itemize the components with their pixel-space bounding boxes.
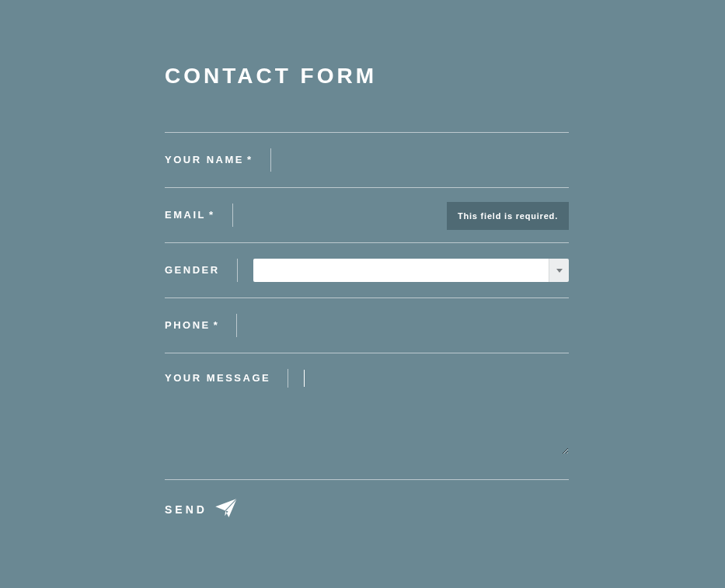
- input-area-phone: [237, 314, 569, 337]
- input-area-name: [271, 148, 569, 172]
- field-your-name: YOUR NAME *: [165, 132, 569, 187]
- label-gender: GENDER: [165, 259, 238, 282]
- field-message: YOUR MESSAGE: [165, 353, 569, 480]
- name-input[interactable]: [287, 148, 569, 172]
- label-text: PHONE: [165, 314, 211, 337]
- gender-select-value[interactable]: [253, 259, 549, 282]
- label-text: YOUR NAME: [165, 148, 244, 172]
- field-phone: PHONE *: [165, 297, 569, 353]
- send-label: SEND: [165, 503, 207, 516]
- email-error-message: This field is required.: [447, 202, 569, 230]
- input-area-message: [288, 369, 569, 458]
- required-marker: *: [209, 204, 215, 227]
- required-marker: *: [214, 314, 220, 337]
- required-marker: *: [247, 148, 253, 172]
- gender-select[interactable]: [253, 259, 569, 282]
- form-title: CONTACT FORM: [165, 64, 569, 89]
- paper-plane-icon: [215, 499, 237, 520]
- chevron-down-icon[interactable]: [549, 259, 569, 282]
- contact-form: CONTACT FORM YOUR NAME * EMAIL * This fi…: [165, 0, 569, 520]
- label-your-name: YOUR NAME *: [165, 148, 271, 172]
- label-text: YOUR MESSAGE: [165, 369, 270, 388]
- label-text: GENDER: [165, 259, 220, 282]
- field-gender: GENDER: [165, 242, 569, 297]
- label-phone: PHONE *: [165, 314, 237, 337]
- phone-input[interactable]: [253, 314, 569, 337]
- field-email: EMAIL * This field is required.: [165, 187, 569, 242]
- label-message: YOUR MESSAGE: [165, 369, 288, 388]
- message-textarea[interactable]: [304, 369, 569, 454]
- send-button[interactable]: SEND: [165, 499, 569, 520]
- text-cursor: [304, 370, 305, 387]
- label-text: EMAIL: [165, 204, 206, 227]
- label-email: EMAIL *: [165, 204, 233, 227]
